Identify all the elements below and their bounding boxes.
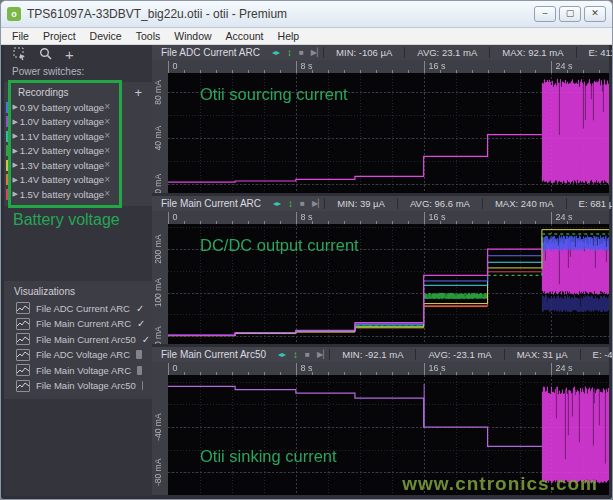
expand-arrow-icon[interactable]: ▶ xyxy=(12,103,19,111)
remove-recording-icon[interactable]: × xyxy=(104,160,110,170)
stop-icon[interactable]: ■ xyxy=(300,199,305,208)
step-play-icon[interactable]: ▶▏ xyxy=(312,199,324,208)
visualization-row[interactable]: File Main Voltage Arc50 xyxy=(4,378,152,394)
menu-file[interactable]: File xyxy=(5,29,36,43)
visualization-row[interactable]: File Main Voltage ARC xyxy=(4,363,152,379)
main-area: + Power switches: Recordings + ▶ 0.9V ba… xyxy=(1,45,612,499)
menu-device[interactable]: Device xyxy=(83,29,129,43)
stat-max: MAX: 31 µA xyxy=(504,349,580,360)
visualization-row[interactable]: File Main Current ARC ✓ xyxy=(4,316,152,332)
recording-row[interactable]: ▶ 1.4V battery voltage × xyxy=(4,173,152,188)
visualization-label: File ADC Current ARC xyxy=(36,303,130,314)
fit-vertical-icon[interactable]: ↕ xyxy=(293,349,298,360)
recording-label: 1.5V battery voltage xyxy=(20,189,105,200)
maximize-button[interactable]: ▢ xyxy=(559,6,581,22)
recordings-section: Recordings + ▶ 0.9V battery voltage × ▶ … xyxy=(4,82,152,206)
visualization-row[interactable]: File ADC Current ARC ✓ xyxy=(4,301,152,317)
visualization-label: File Main Voltage Arc50 xyxy=(36,380,136,391)
chart-icon xyxy=(16,318,30,330)
visibility-checkbox[interactable]: ✓ xyxy=(136,303,144,314)
chart-icon xyxy=(16,380,30,392)
remove-recording-icon[interactable]: × xyxy=(104,117,110,127)
remove-recording-icon[interactable]: × xyxy=(104,131,110,141)
close-button[interactable]: ✕ xyxy=(584,6,606,22)
menu-project[interactable]: Project xyxy=(36,29,83,43)
expand-arrow-icon[interactable]: ▶ xyxy=(12,132,19,140)
panel-main-current-50: File Main Current Arc50 ◂▸ ↕ ■ ▶▏ MIN: -… xyxy=(152,347,609,495)
zoom-tool-icon[interactable] xyxy=(39,47,52,62)
panel-title: File ADC Current ARC xyxy=(161,47,260,58)
panel-header: File Main Current ARC ◂▸ ↕ ■ ▶▏ MIN: 39 … xyxy=(152,196,609,211)
sidebar: + Power switches: Recordings + ▶ 0.9V ba… xyxy=(4,45,152,496)
recording-row[interactable]: ▶ 1.1V battery voltage × xyxy=(4,129,152,144)
visualization-row[interactable]: File ADC Voltage ARC xyxy=(4,347,152,363)
expand-arrow-icon[interactable]: ▶ xyxy=(12,190,19,198)
minimize-button[interactable]: – xyxy=(534,6,556,22)
expand-arrow-icon[interactable]: ▶ xyxy=(12,118,19,126)
visibility-checkbox[interactable] xyxy=(136,350,142,359)
select-tool-icon[interactable] xyxy=(13,47,26,62)
visualization-label: File ADC Voltage ARC xyxy=(36,349,130,360)
menu-bar: File Project Device Tools Window Account… xyxy=(1,28,612,45)
stat-max: MAX: 240 mA xyxy=(482,198,566,209)
visualizations-panel: Visualizations File ADC Current ARC ✓ Fi… xyxy=(4,281,152,399)
recording-label: 1.4V battery voltage xyxy=(20,174,105,185)
recording-row[interactable]: ▶ 1.5V battery voltage × xyxy=(4,187,152,202)
chart-icon xyxy=(16,333,30,345)
stop-icon[interactable]: ■ xyxy=(299,48,304,57)
panel-title: File Main Current ARC xyxy=(161,198,261,209)
stat-avg: AVG: 96.6 mA xyxy=(397,198,482,209)
recording-row[interactable]: ▶ 1.2V battery voltage × xyxy=(4,144,152,159)
chart-icon xyxy=(16,364,30,376)
fit-vertical-icon[interactable]: ↕ xyxy=(287,47,292,58)
visualization-label: File Main Current ARC xyxy=(36,318,131,329)
remove-recording-icon[interactable]: × xyxy=(104,146,110,156)
chart-toolbar: + xyxy=(4,45,152,64)
stop-icon[interactable]: ■ xyxy=(305,350,310,359)
add-recording-button[interactable]: + xyxy=(134,88,142,98)
recording-row[interactable]: ▶ 0.9V battery voltage × xyxy=(4,100,152,115)
recording-color-stripe xyxy=(6,160,8,171)
recording-label: 1.3V battery voltage xyxy=(20,160,105,171)
visualization-row[interactable]: File Main Current Arc50 ✓ xyxy=(4,332,152,348)
panel-adc-current: File ADC Current ARC ◂▸ ↕ ■ ▶▏ MIN: -106… xyxy=(152,45,609,193)
pan-arrows-icon[interactable]: ◂▸ xyxy=(273,199,281,208)
step-play-icon[interactable]: ▶▏ xyxy=(317,350,329,359)
menu-help[interactable]: Help xyxy=(271,29,307,43)
fit-vertical-icon[interactable]: ↕ xyxy=(288,198,293,209)
remove-recording-icon[interactable]: × xyxy=(104,102,110,112)
chart-icon xyxy=(16,302,30,314)
expand-arrow-icon[interactable]: ▶ xyxy=(12,147,19,155)
stat-avg: AVG: 23.1 mA xyxy=(404,47,489,58)
pan-arrows-icon[interactable]: ◂▸ xyxy=(272,48,280,57)
menu-tools[interactable]: Tools xyxy=(129,29,168,43)
menu-account[interactable]: Account xyxy=(219,29,271,43)
chart-icon xyxy=(16,349,30,361)
remove-recording-icon[interactable]: × xyxy=(104,189,110,199)
chart-canvas-main-current-50[interactable] xyxy=(152,362,609,495)
chart-canvas-main-current[interactable] xyxy=(152,211,609,344)
recording-color-stripe xyxy=(6,145,8,156)
stat-energy: E: 411 µWh xyxy=(576,47,613,58)
app-window: o TPS61097A-33DBVT_big22u.otii - otii - … xyxy=(0,0,613,500)
chart-canvas-adc-current[interactable] xyxy=(152,60,609,193)
recording-color-stripe xyxy=(6,174,8,185)
recording-color-stripe xyxy=(6,116,8,127)
menu-window[interactable]: Window xyxy=(167,29,218,43)
recording-row[interactable]: ▶ 1.0V battery voltage × xyxy=(4,115,152,130)
visibility-checkbox[interactable]: ✓ xyxy=(137,318,145,329)
add-marker-tool-icon[interactable]: + xyxy=(65,49,74,61)
step-play-icon[interactable]: ▶▏ xyxy=(311,48,323,57)
visibility-checkbox[interactable] xyxy=(137,366,142,375)
pan-arrows-icon[interactable]: ◂▸ xyxy=(278,350,286,359)
recording-label: 1.0V battery voltage xyxy=(20,116,105,127)
recording-row[interactable]: ▶ 1.3V battery voltage × xyxy=(4,158,152,173)
stat-min: MIN: 39 µA xyxy=(324,198,397,209)
stat-min: MIN: -106 µA xyxy=(323,47,404,58)
expand-arrow-icon[interactable]: ▶ xyxy=(12,176,19,184)
visibility-checkbox[interactable]: ✓ xyxy=(142,334,150,345)
remove-recording-icon[interactable]: × xyxy=(104,175,110,185)
charts-column: File ADC Current ARC ◂▸ ↕ ■ ▶▏ MIN: -106… xyxy=(152,45,609,496)
battery-voltage-annotation: Battery voltage xyxy=(13,211,152,229)
expand-arrow-icon[interactable]: ▶ xyxy=(12,161,19,169)
